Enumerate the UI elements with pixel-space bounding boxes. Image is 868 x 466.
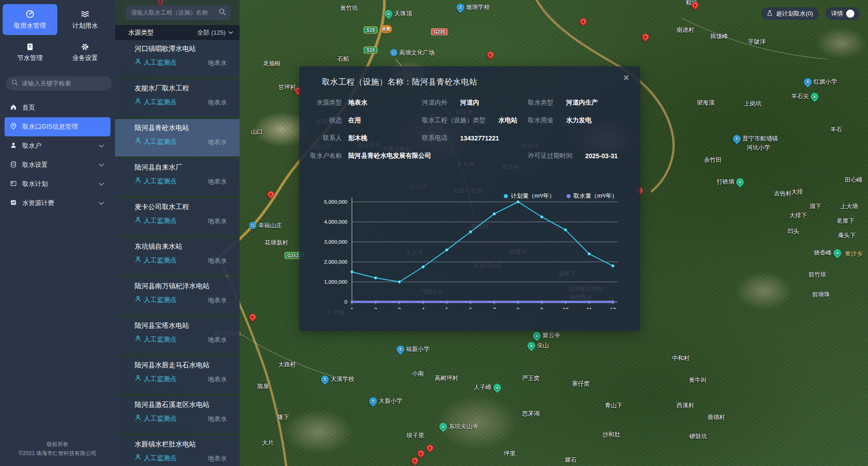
detail-toggle-label: 详情	[831, 10, 843, 18]
station-list-item[interactable]: 陆河县激石溪老区水电站 人工监测点 地表水	[115, 396, 240, 433]
red-map-pin[interactable]	[486, 50, 495, 60]
map-label: 文大溪学校	[321, 375, 354, 383]
school-pin-icon[interactable]: 文	[455, 2, 466, 13]
map-label: 赤竹田	[704, 156, 722, 164]
map-label-text: 人子嶂	[474, 383, 492, 391]
red-map-pin[interactable]	[416, 449, 426, 458]
over-plan-alert-label: 超计划取水(0)	[776, 10, 813, 18]
map-label: 严王窝	[522, 374, 540, 382]
map-label: 河坑小学	[747, 144, 770, 152]
map-label: 石船	[337, 55, 349, 63]
station-search[interactable]	[126, 5, 231, 20]
sidebar-item-label: 取水户	[22, 142, 41, 150]
map-label-text: 黄牛叫	[689, 376, 707, 384]
module-tab-0[interactable]: 取用水管理	[3, 4, 57, 35]
map-label: 隆下	[277, 413, 289, 421]
person-icon	[135, 58, 141, 67]
station-list-item[interactable]: 麦卡公司取水工程 人工监测点 地表水	[115, 198, 240, 236]
station-list-item[interactable]: 陆河县宝塔水电站 人工监测点 地表水	[115, 317, 240, 354]
sidebar-item-3[interactable]: 取水设置	[5, 155, 110, 175]
map-label-text: 芋陂洋	[748, 38, 766, 46]
module-tab-2[interactable]: 节水管理	[3, 37, 57, 68]
water-source-type: 地表水	[208, 178, 227, 186]
chevron-down-icon	[99, 180, 104, 188]
map-label-text: 田心嶂	[845, 176, 863, 184]
sidebar-item-4[interactable]: 取水计划	[5, 175, 110, 194]
station-search-input[interactable]	[131, 9, 219, 16]
sidebar-search[interactable]	[6, 76, 112, 90]
station-list-item[interactable]: 陆河县青砼水电站 人工监测点 地表水	[115, 119, 240, 156]
red-map-pin[interactable]	[578, 17, 588, 26]
sidebar-item-0[interactable]: 首页	[5, 98, 110, 117]
sidebar-item-5[interactable]: 水资源计费	[5, 194, 110, 213]
map-label: 甘坪村	[278, 83, 296, 91]
map-label: 黄沙乡	[845, 250, 863, 258]
water-source-type: 地表水	[208, 336, 227, 344]
temple-pin-icon[interactable]: ▲	[531, 330, 542, 341]
mountain-pin-icon[interactable]: ▲	[492, 382, 502, 393]
module-tab-3[interactable]: 业务设置	[58, 37, 113, 68]
red-map-pin[interactable]	[266, 190, 276, 199]
station-list-item[interactable]: 河口镇唱歌潭水电站 人工监测点 地表水	[115, 40, 240, 77]
mountain-pin-icon[interactable]: ▲	[734, 176, 745, 187]
svg-text:7: 7	[493, 307, 496, 309]
detail-toggle-pill[interactable]: 详情	[826, 7, 860, 20]
close-icon[interactable]: ×	[623, 73, 629, 83]
monitor-type: 人工监测点	[144, 177, 177, 185]
monitor-type: 人工监测点	[144, 256, 177, 265]
mountain-pin-icon[interactable]: ▲	[809, 91, 820, 102]
station-list-item[interactable]: 东坑镇自来水站 人工监测点 地表水	[115, 238, 240, 275]
map-label-text: 大排下	[789, 211, 807, 220]
detail-field: 联系电话 13432771221	[422, 129, 499, 147]
field-label: 取水户名称	[308, 152, 342, 160]
mountain-pin-icon[interactable]: ▲	[832, 247, 843, 258]
station-list-item[interactable]: 友能水厂取水工程 人工监测点 地表水	[115, 80, 240, 117]
svg-text:5: 5	[445, 307, 448, 309]
over-plan-alert-pill[interactable]: 超计划取水(0)	[761, 7, 818, 20]
school-pin-icon[interactable]: 文	[395, 344, 406, 355]
module-tab-1[interactable]: 计划用水	[58, 4, 113, 35]
map-label: 高树坪村	[435, 374, 458, 382]
red-map-pin[interactable]	[410, 456, 420, 466]
detail-toggle-knob[interactable]	[846, 10, 854, 18]
temple-pin-icon[interactable]: ▲	[437, 421, 448, 432]
school-pin-icon[interactable]: 文	[319, 374, 330, 385]
map-label: 吉告村	[774, 190, 792, 198]
red-map-pin[interactable]	[641, 32, 650, 42]
red-map-pin[interactable]	[248, 312, 257, 322]
mountain-pin-icon[interactable]: ▲	[526, 340, 537, 351]
water-source-type: 地表水	[208, 296, 227, 305]
sidebar-item-1[interactable]: 取水口GIS信息管理	[5, 117, 110, 136]
station-list-item[interactable]: 水唇镇水栏肚水电站 人工监测点 地表水	[115, 436, 240, 466]
map-label-text: 大新小学	[379, 397, 402, 405]
svg-text:11: 11	[587, 307, 592, 309]
footer-line: 版权所有	[0, 440, 115, 449]
road-badge: S19	[364, 47, 377, 54]
sidebar-search-input[interactable]	[22, 80, 106, 87]
filter-value-dropdown[interactable]: 全部 (125)	[197, 29, 233, 37]
map-label-text: 大排	[791, 188, 803, 196]
map-label-text: 羊石	[830, 125, 842, 134]
map-label: 坝子里	[406, 431, 424, 440]
sidebar-item-2[interactable]: 取水户	[5, 136, 110, 155]
station-list-item[interactable]: 陆河县南万镇杞洋水电站 人工监测点 地表水	[115, 277, 240, 315]
chevron-down-icon	[228, 29, 233, 36]
red-map-pin[interactable]	[425, 443, 435, 453]
person-icon	[135, 98, 141, 106]
map-label: 中和村	[672, 354, 690, 362]
school-pin-icon[interactable]: 文	[802, 76, 813, 87]
mountain-pin-icon[interactable]: ▲	[383, 8, 394, 19]
home-icon	[10, 104, 17, 112]
school-pin-icon[interactable]: 文	[367, 396, 378, 406]
map-label-text: 山口	[251, 128, 263, 136]
school-pin-icon[interactable]: 文	[731, 133, 742, 144]
search-icon[interactable]	[219, 8, 226, 17]
station-list-item[interactable]: 陆河县自来水厂 人工监测点 地表水	[115, 159, 240, 196]
station-list-item[interactable]: 陆河县水唇走马石水电站 人工监测点 地表水	[115, 356, 240, 394]
poi-icon[interactable]: 口	[249, 222, 256, 229]
water-source-type: 地表水	[208, 257, 227, 265]
poi-icon[interactable]: 口	[390, 49, 397, 56]
waves-icon	[80, 10, 90, 19]
water-source-type: 地表水	[208, 99, 227, 107]
map-label-text: 高树坪村	[435, 374, 458, 382]
